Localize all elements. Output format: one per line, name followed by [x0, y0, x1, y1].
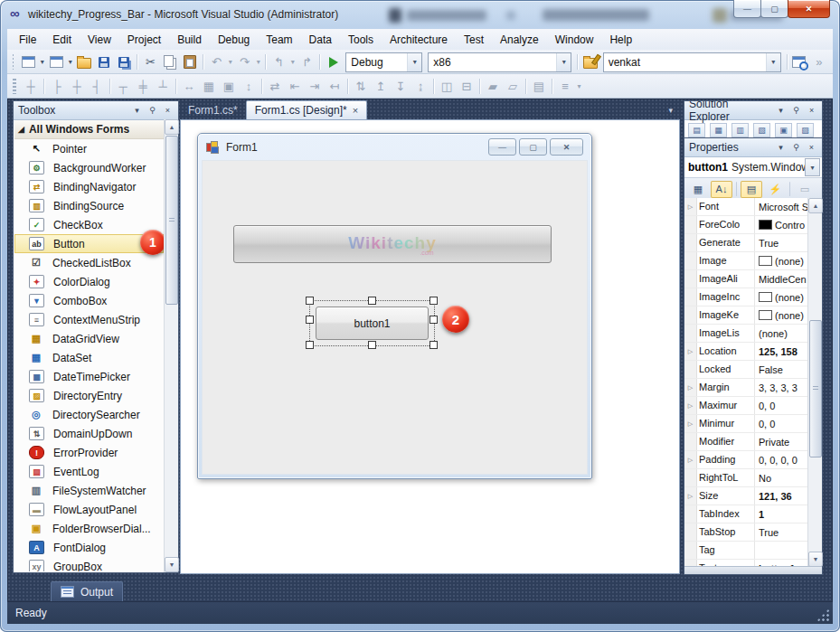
ImageLis[interactable]: ImageLis (none) [684, 325, 808, 343]
toolbox-item-colordialog[interactable]: ✦ ColorDialog [14, 272, 164, 291]
toolbox-item-datetimepicker[interactable]: ▦ DateTimePicker [14, 367, 164, 386]
ForeColo[interactable]: ForeColo Contro [684, 216, 808, 234]
property-value[interactable]: 0, 0 [755, 415, 808, 432]
se-refresh-icon[interactable]: ▥ [731, 123, 749, 137]
se-properties-icon[interactable]: ▤ [688, 123, 705, 137]
scroll-up-icon[interactable]: ▲ [808, 198, 823, 213]
maximize-button[interactable]: ▢ [760, 0, 788, 18]
se-collapse-icon[interactable]: ▨ [797, 123, 814, 137]
size-to-grid-icon[interactable]: ▦ [199, 77, 219, 97]
align-bottoms-icon[interactable]: ┴ [153, 77, 173, 97]
menu-item-team[interactable]: Team [258, 30, 300, 50]
toolbox-item-directorysearcher[interactable]: ◎ DirectorySearcher [14, 405, 164, 424]
align-centers-icon[interactable]: ┼ [67, 77, 87, 97]
property-value[interactable] [755, 542, 808, 559]
property-expand-icon[interactable] [684, 469, 697, 486]
property-expand-icon[interactable] [684, 216, 697, 233]
properties-view-icon[interactable]: ▤ [741, 181, 762, 198]
toolbox-item-dataset[interactable]: ▦ DataSet [14, 348, 164, 367]
property-expand-icon[interactable] [684, 542, 697, 559]
window-position-icon[interactable]: ▾ [131, 106, 143, 115]
toolbox-item-bindingnavigator[interactable]: ⇄ BindingNavigator [14, 177, 164, 196]
align-rights-icon[interactable]: ┤ [87, 77, 107, 97]
toolbox-item-bindingsource[interactable]: ▥ BindingSource [14, 196, 164, 215]
tab-form1-design[interactable]: Form1.cs [Design]* × [246, 100, 367, 119]
categorized-icon[interactable]: ▦ [687, 181, 709, 198]
combo-arrow-icon[interactable]: ▾ [556, 53, 571, 71]
menu-item-tools[interactable]: Tools [340, 30, 382, 50]
property-value[interactable]: 3, 3, 3, 3 [755, 379, 808, 396]
menu-item-architecture[interactable]: Architecture [382, 30, 456, 50]
align-tops-icon[interactable]: ┬ [113, 77, 133, 97]
combo-arrow-icon[interactable]: ▾ [766, 53, 780, 71]
object-selector-arrow-icon[interactable]: ▾ [805, 158, 820, 176]
window-position-icon[interactable]: ▾ [775, 106, 787, 115]
make-same-width-icon[interactable]: ↔ [179, 77, 199, 97]
property-value[interactable]: Private [755, 433, 808, 450]
menu-item-build[interactable]: Build [169, 30, 210, 50]
center-horizontally-icon[interactable]: ◫ [437, 77, 457, 97]
property-expand-icon[interactable] [684, 505, 697, 523]
selection-handle[interactable] [306, 341, 314, 349]
tab-order-icon[interactable]: ▤ [529, 77, 549, 97]
cut-icon[interactable]: ✂ [140, 52, 160, 72]
Font[interactable]: ▷ Font Microsoft S [684, 198, 808, 216]
menu-item-edit[interactable]: Edit [44, 30, 80, 50]
toolbar-options-icon[interactable]: » [809, 52, 829, 72]
property-expand-icon[interactable]: ▷ [684, 343, 697, 360]
property-value[interactable]: 1 [755, 505, 808, 523]
save-icon[interactable] [94, 52, 114, 72]
toolbar-separator[interactable] [175, 79, 176, 94]
redo-caret-icon[interactable]: ▾ [254, 52, 262, 72]
menu-item-test[interactable]: Test [456, 30, 492, 50]
bring-to-front-icon[interactable]: ▰ [483, 77, 503, 97]
property-expand-icon[interactable] [684, 361, 697, 378]
scrollbar-thumb[interactable] [165, 136, 178, 305]
property-value[interactable]: (none) [755, 252, 808, 269]
toolbox-item-fontdialog[interactable]: A FontDialog [14, 538, 164, 557]
ImageAli[interactable]: ImageAli MiddleCen [684, 270, 808, 288]
property-value[interactable]: 0, 0, 0, 0 [755, 451, 808, 468]
toolbar-grip[interactable] [13, 54, 14, 70]
toolbox-item-checkedlistbox[interactable]: ☑ CheckedListBox [14, 253, 164, 272]
undo-caret-icon[interactable]: ▾ [226, 52, 234, 72]
property-value[interactable]: (none) [755, 325, 808, 342]
toolbar-separator[interactable] [137, 54, 137, 70]
toolbox-scrollbar[interactable]: ▲ ▼ [164, 119, 178, 572]
menu-item-window[interactable]: Window [547, 30, 602, 50]
toolbox-item-datagridview[interactable]: ▦ DataGridView [14, 329, 164, 348]
Margin[interactable]: ▷ Margin 3, 3, 3, 3 [684, 379, 808, 397]
selection-handle[interactable] [429, 316, 438, 324]
property-expand-icon[interactable] [684, 288, 697, 306]
property-value[interactable]: 121, 36 [755, 487, 808, 505]
toolbar-separator[interactable] [347, 79, 348, 94]
close-panel-icon[interactable]: × [806, 143, 817, 152]
toolbox-item-contextmenustrip[interactable]: ≡ ContextMenuStrip [14, 310, 164, 329]
save-all-icon[interactable] [114, 52, 134, 72]
selection-handle[interactable] [429, 341, 438, 349]
Modifier[interactable]: Modifier Private [684, 433, 808, 451]
TabStop[interactable]: TabStop True [684, 524, 808, 542]
ImageInc[interactable]: ImageInc (none) [684, 288, 808, 307]
resize-grip[interactable] [816, 608, 829, 621]
solution-configurations-combo[interactable]: Debug ▾ [345, 52, 422, 72]
se-view-code-icon[interactable]: ▧ [753, 123, 770, 137]
toolbar-grip[interactable] [13, 79, 16, 94]
toolbox-item-groupbox[interactable]: xy GroupBox [14, 557, 164, 571]
toolbar-separator[interactable] [265, 54, 266, 70]
solution-search-icon[interactable] [789, 52, 809, 72]
object-selector-combo[interactable]: button1 System.Window ▾ [684, 157, 822, 178]
property-value[interactable]: Microsoft S [755, 198, 808, 215]
tab-list-caret-icon[interactable]: ▾ [661, 101, 680, 119]
Generate[interactable]: Generate True [684, 234, 808, 252]
auto-hide-pin-icon[interactable]: ⚲ [790, 106, 802, 115]
Tag[interactable]: Tag [684, 542, 808, 560]
toolbox-item-directoryentry[interactable]: ▨ DirectoryEntry [14, 386, 164, 405]
redo-icon[interactable]: ↷ [234, 52, 254, 72]
remove-horizontal-spacing-icon[interactable]: ↤ [325, 77, 344, 97]
layout-toolbar-overflow-icon[interactable]: ≡ [555, 77, 575, 97]
designed-form[interactable]: Form1 — ▢ ✕ Wikitechy .com [197, 133, 592, 479]
toolbox-item-folderbrowserdial[interactable]: ▣ FolderBrowserDial... [14, 519, 164, 538]
make-horizontal-spacing-equal-icon[interactable]: ⇄ [265, 77, 285, 97]
toolbar-separator[interactable] [552, 79, 552, 94]
